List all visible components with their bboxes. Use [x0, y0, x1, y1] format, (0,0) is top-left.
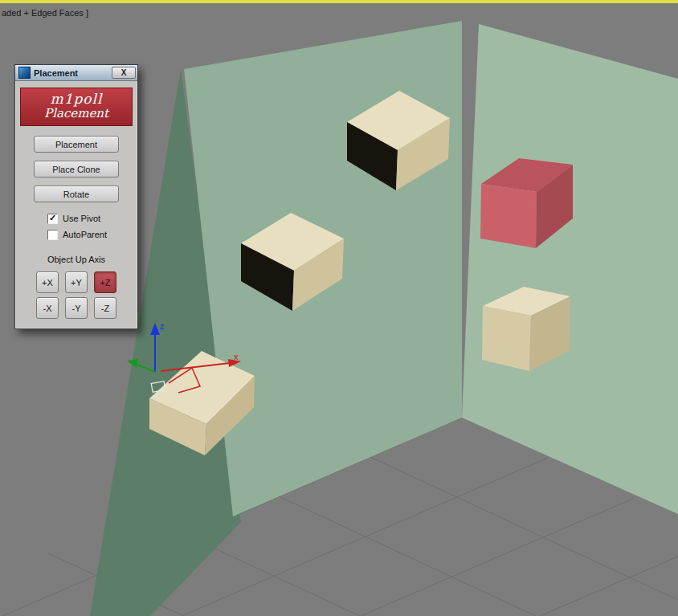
- box-red-face-front[interactable]: [480, 184, 537, 248]
- 3dsmax-icon: [18, 67, 31, 79]
- axis-plus-x-button[interactable]: +X: [36, 271, 59, 293]
- placement-dialog: Placement X m1poll Placement Placement P…: [14, 64, 138, 329]
- active-viewport-border: [0, 0, 678, 3]
- checkmark-icon: ✓: [49, 214, 56, 222]
- axis-minus-y-button[interactable]: -Y: [65, 297, 88, 319]
- dialog-title: Placement: [34, 68, 108, 78]
- gizmo-z-label: z: [160, 321, 165, 331]
- viewport-shading-label[interactable]: aded + Edged Faces ]: [2, 8, 88, 18]
- autoparent-label: AutoParent: [63, 230, 107, 239]
- box-right-lower-face-front[interactable]: [482, 306, 531, 371]
- axis-plus-z-button[interactable]: +Z: [94, 271, 116, 293]
- axis-button-grid: +X +Y +Z -X -Y -Z: [15, 271, 137, 319]
- autoparent-checkbox[interactable]: AutoParent: [15, 226, 137, 243]
- place-clone-button[interactable]: Place Clone: [34, 161, 119, 177]
- close-button[interactable]: X: [112, 67, 136, 79]
- axis-minus-x-button[interactable]: -X: [36, 297, 59, 319]
- placement-button[interactable]: Placement: [34, 136, 119, 153]
- use-pivot-checkbox[interactable]: ✓ Use Pivot: [15, 210, 137, 226]
- dialog-titlebar[interactable]: Placement X: [15, 65, 137, 81]
- plugin-banner-name: m1poll: [21, 88, 132, 107]
- autoparent-checkbox-box[interactable]: [47, 230, 58, 240]
- use-pivot-label: Use Pivot: [63, 214, 100, 223]
- use-pivot-checkbox-box[interactable]: ✓: [47, 214, 58, 224]
- dialog-body: m1poll Placement Placement Place Clone R…: [15, 81, 137, 328]
- object-up-axis-label: Object Up Axis: [15, 255, 137, 264]
- plugin-banner: m1poll Placement: [20, 88, 133, 126]
- gizmo-x-label: x: [234, 352, 239, 361]
- axis-minus-z-button[interactable]: -Z: [94, 297, 116, 319]
- axis-plus-y-button[interactable]: +Y: [65, 271, 88, 293]
- plugin-banner-subtitle: Placement: [21, 106, 132, 120]
- rotate-button[interactable]: Rotate: [34, 186, 119, 202]
